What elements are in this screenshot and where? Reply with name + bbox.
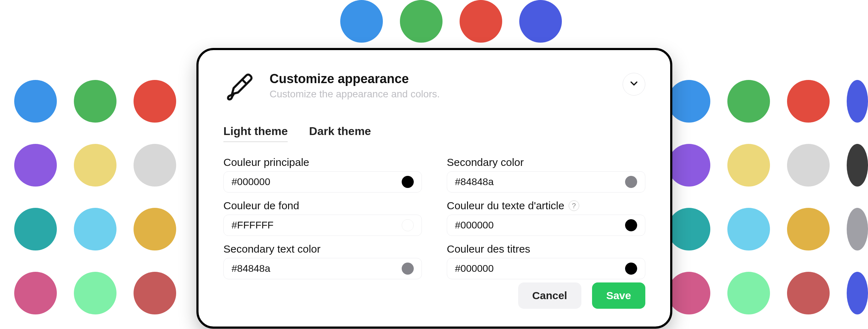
bg-dot [727,272,770,314]
field-titles: Couleur des titres #000000 [447,243,645,279]
input-value: #FFFFFF [232,220,273,231]
field-label: Secondary color [447,156,645,168]
card-actions: Cancel Save [223,282,645,309]
bg-dot [14,272,57,314]
color-swatch [402,263,414,275]
bg-dot [787,80,830,123]
bg-dot [74,80,116,123]
appearance-card: Customize appearance Customize the appea… [196,48,672,329]
save-button[interactable]: Save [592,282,645,309]
color-swatch [625,263,637,275]
bg-dot [787,208,830,250]
bg-dot [14,144,57,187]
input-value: #84848a [232,263,270,274]
bg-dot [668,144,710,187]
field-background: Couleur de fond #FFFFFF [223,200,422,236]
bg-dot [134,80,176,123]
color-fields-grid: Couleur principale #000000 Secondary col… [223,156,645,279]
secondary-text-color-input[interactable]: #84848a [223,258,422,279]
bg-dot [787,272,830,314]
bg-dot [668,80,710,123]
field-label-text: Couleur du texte d'article [447,200,564,212]
color-swatch [402,219,414,231]
bg-dot [400,0,443,43]
brush-icon [223,71,255,103]
secondary-color-input[interactable]: #84848a [447,171,645,193]
chevron-down-icon [628,78,640,91]
bg-dot [847,272,868,314]
field-label: Secondary text color [223,243,422,255]
card-subtitle: Customize the appearance and colors. [270,88,645,100]
article-text-color-input[interactable]: #000000 [447,215,645,236]
bg-dot [727,80,770,123]
bg-dot [460,0,502,43]
input-value: #000000 [232,176,270,188]
bg-dot [787,144,830,187]
bg-dot [727,208,770,250]
field-primary: Couleur principale #000000 [223,156,422,193]
field-label: Couleur principale [223,156,422,168]
bg-dot [668,208,710,250]
collapse-button[interactable] [623,73,645,96]
color-swatch [625,219,637,231]
bg-dot [134,272,176,314]
field-label: Couleur du texte d'article ? [447,200,645,212]
bg-dot [519,0,562,43]
bg-dot [14,80,57,123]
help-icon[interactable]: ? [569,200,579,211]
field-article-text: Couleur du texte d'article ? #000000 [447,200,645,236]
card-title: Customize appearance [270,71,645,86]
stage: Customize appearance Customize the appea… [0,0,868,329]
color-swatch [402,176,414,188]
bg-dot [847,208,868,250]
field-secondary: Secondary color #84848a [447,156,645,193]
bg-dot [134,208,176,250]
theme-tabs: Light theme Dark theme [223,125,645,142]
input-value: #000000 [455,263,494,274]
color-swatch [625,176,637,188]
cancel-button[interactable]: Cancel [518,282,581,309]
bg-dot [74,144,116,187]
tab-light-theme[interactable]: Light theme [223,125,288,142]
bg-dot [74,272,116,314]
header-titles: Customize appearance Customize the appea… [270,71,645,100]
card-header: Customize appearance Customize the appea… [223,71,645,103]
bg-dot [14,208,57,250]
field-label: Couleur de fond [223,200,422,212]
bg-dot [134,144,176,187]
primary-color-input[interactable]: #000000 [223,171,422,193]
field-label: Couleur des titres [447,243,645,255]
field-secondary-text: Secondary text color #84848a [223,243,422,279]
input-value: #000000 [455,220,494,231]
bg-dot [74,208,116,250]
bg-dot [727,144,770,187]
bg-dot [847,80,868,123]
bg-dot [668,272,710,314]
background-color-input[interactable]: #FFFFFF [223,215,422,236]
input-value: #84848a [455,176,494,188]
bg-dot [340,0,383,43]
tab-dark-theme[interactable]: Dark theme [309,125,371,142]
bg-dot [847,144,868,187]
titles-color-input[interactable]: #000000 [447,258,645,279]
